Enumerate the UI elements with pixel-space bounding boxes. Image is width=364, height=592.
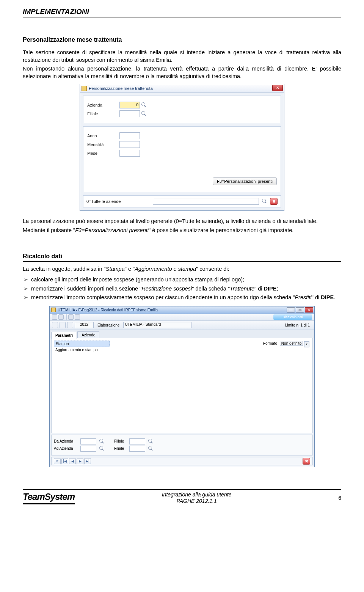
close-button[interactable]: ✕ [305, 307, 313, 312]
tree-item-stampa[interactable]: Stampa [54, 341, 110, 347]
toolbar-label-elaborazione: Elaborazione [95, 323, 122, 327]
f3-button[interactable]: F3=Personalizzazioni presenti [213, 177, 277, 185]
tree-panel: Stampa Aggiornamento e stampa [52, 338, 112, 433]
text-fragment: " consente di: [196, 266, 229, 272]
elaborazione-input[interactable]: UTEMILIA - Standard [123, 322, 191, 328]
minimize-button[interactable]: — [287, 307, 295, 312]
text-fragment: " di [254, 286, 264, 292]
close-button[interactable]: ✕ [272, 85, 283, 91]
delete-button[interactable]: ✖ [270, 198, 278, 205]
dialog2-titlebar[interactable]: UTEMILIA - E-Pag2012 - Ricalcolo dati IR… [50, 306, 314, 314]
text-fragment: memorizzare l'importo complessivamente s… [31, 294, 295, 300]
label-formato: Formato [263, 341, 277, 345]
footer-line1: Integrazione alla guida utente [75, 492, 318, 498]
bullet-list: calcolare gli importi delle imposte sosp… [23, 276, 341, 301]
intro-ricalcolo: La scelta in oggetto, suddivisa in "Stam… [23, 265, 341, 273]
tab-aziende[interactable]: Aziende [77, 331, 99, 338]
footer-input[interactable] [153, 198, 259, 205]
ribbon-icon[interactable] [58, 314, 64, 320]
tree-item-aggiornamento[interactable]: Aggiornamento e stampa [54, 347, 110, 353]
open-icon[interactable] [52, 322, 58, 328]
dialog1-footer: 0=Tutte le aziende ✖ [83, 195, 281, 207]
label-filiale: Filiale [87, 111, 119, 116]
input-formato[interactable]: Non definito [280, 341, 303, 346]
input-mese[interactable] [119, 150, 140, 157]
nav-first-button[interactable]: ǀ◀ [61, 458, 68, 464]
text-fragment: Mediante il pulsante " [23, 227, 75, 233]
dialog1-title: Personalizzazione mese trattenuta [89, 86, 153, 91]
status-bar: ⟳ ǀ◀ ◀ ▶ ▶ǀ ✖ [51, 457, 313, 465]
text-fragment-italic: Stampa [106, 266, 125, 272]
dialog1-panel-top: Azienda 0 Filiale [83, 96, 281, 123]
text-fragment-italic: Restituzione sospesi [141, 286, 192, 292]
window-icon [51, 308, 56, 312]
text-fragment-italic: Aggiornamento e stampa [135, 266, 196, 272]
search-icon[interactable] [99, 446, 105, 452]
tab-bar: Parametri Aziende [50, 330, 314, 338]
search-icon[interactable] [148, 438, 154, 444]
page-footer: TeamSystem Integrazione alla guida utent… [0, 490, 364, 508]
input-da-filiale[interactable] [129, 438, 145, 444]
para-after-1: La personalizzazione può essere impostat… [23, 218, 341, 225]
label-anno: Anno [87, 133, 119, 138]
toolbar: 2012 Elaborazione UTEMILIA - Standard Li… [50, 321, 314, 330]
input-da-azienda[interactable] [80, 438, 96, 444]
input-anno[interactable] [119, 132, 140, 139]
text-fragment: memorizzare i suddetti importi nella sez… [31, 286, 141, 292]
input-filiale[interactable] [119, 110, 140, 117]
list-item: memorizzare l'importo complessivamente s… [23, 294, 341, 301]
text-fragment-italic: Trattenute [230, 286, 254, 292]
tab-content: Stampa Aggiornamento e stampa Formato No… [51, 338, 313, 433]
dialog-ricalcolo: UTEMILIA - E-Pag2012 - Ricalcolo dati IR… [49, 306, 315, 467]
search-icon[interactable] [148, 446, 154, 452]
ribbon-icon[interactable] [68, 314, 74, 320]
search-icon[interactable] [141, 111, 147, 117]
maximize-button[interactable]: ▭ [296, 307, 304, 312]
search-icon[interactable] [141, 102, 147, 108]
footer-text: 0=Tutte le aziende [86, 199, 121, 204]
label-filiale: Filiale [114, 446, 129, 451]
list-item: memorizzare i suddetti importi nella sez… [23, 285, 341, 293]
footer-line2: PAGHE 2012.1.1 [75, 498, 318, 504]
nav-last-button[interactable]: ▶ǀ [84, 458, 91, 464]
year-input[interactable]: 2012 [75, 322, 94, 328]
input-ad-azienda[interactable] [80, 446, 96, 452]
right-pane: Formato Non definito ▾ [112, 338, 312, 433]
para-2: Non impostando alcuna personalizzazione,… [23, 65, 341, 80]
section-title-personalizzazione: Personalizzazione mese trattenuta [23, 36, 341, 45]
delete-button[interactable]: ✖ [303, 458, 310, 465]
input-mensilita[interactable] [119, 141, 140, 148]
text-fragment: " è possibile visualizzare le personaliz… [149, 227, 293, 233]
nav-next-button[interactable]: ▶ [77, 458, 83, 464]
text-fragment: " della scheda " [192, 286, 230, 292]
search-icon[interactable] [262, 198, 268, 204]
input-ad-filiale[interactable] [129, 446, 145, 452]
text-fragment: . [334, 294, 335, 300]
list-item: calcolare gli importi delle imposte sosp… [23, 276, 341, 284]
logo: TeamSystem [23, 492, 75, 504]
text-fragment-bold: DIPE [264, 286, 277, 292]
text-fragment: ; [276, 286, 278, 292]
label-da-azienda: Da Azienda [54, 439, 80, 443]
print-icon[interactable] [67, 322, 73, 328]
save-icon[interactable] [60, 322, 66, 328]
input-azienda[interactable]: 0 [119, 102, 140, 108]
text-fragment-bold: DIPE [321, 294, 334, 300]
tab-parametri[interactable]: Parametri [51, 332, 77, 339]
nav-prev-button[interactable]: ◀ [69, 458, 76, 464]
ribbon-icon[interactable] [52, 314, 57, 320]
para-after-2: Mediante il pulsante "F3=Personalizzazio… [23, 227, 341, 234]
bottom-band: Da Azienda Filiale Ad Azienda Filiale [51, 435, 313, 455]
footer-center: Integrazione alla guida utente PAGHE 201… [75, 492, 318, 504]
text-fragment: La scelta in oggetto, suddivisa in " [23, 266, 106, 272]
label-mese: Mese [87, 151, 119, 155]
dialog1-titlebar[interactable]: Personalizzazione mese trattenuta ✕ [80, 84, 284, 93]
nav-refresh-icon[interactable]: ⟳ [54, 458, 61, 464]
para-1: Tale sezione consente di specificare la … [23, 49, 341, 64]
search-icon[interactable] [99, 438, 105, 444]
chevron-down-icon[interactable]: ▾ [304, 341, 309, 347]
dialog2-title: UTEMILIA - E-Pag2012 - Ricalcolo dati IR… [58, 308, 158, 312]
ribbon-icon[interactable] [75, 314, 80, 320]
text-fragment-italic: Prestiti [295, 294, 311, 300]
label-mensilita: Mensilità [87, 142, 119, 147]
